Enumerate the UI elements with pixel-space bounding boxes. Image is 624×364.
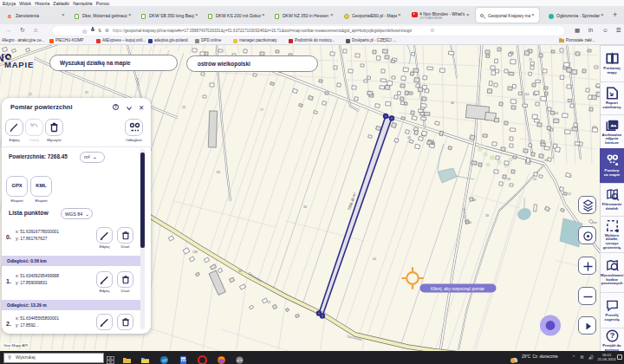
svg-text:64: 64 <box>555 112 558 115</box>
svg-text:44: 44 <box>373 257 376 261</box>
svg-text:138: 138 <box>192 250 198 254</box>
svg-text:59: 59 <box>85 91 88 94</box>
svg-text:19: 19 <box>529 58 532 62</box>
svg-text:44: 44 <box>544 159 548 162</box>
svg-text:18: 18 <box>485 214 489 218</box>
svg-text:53: 53 <box>472 198 476 202</box>
svg-text:33: 33 <box>507 178 510 181</box>
svg-text:84: 84 <box>217 171 220 174</box>
svg-text:am: am <box>593 221 597 224</box>
svg-text:Kliknij, aby rozpocząć pomiar: Kliknij, aby rozpocząć pomiar <box>431 287 485 291</box>
svg-text:44: 44 <box>407 136 411 140</box>
svg-text:12: 12 <box>568 192 571 196</box>
svg-text:34: 34 <box>238 270 242 273</box>
svg-text:22: 22 <box>29 93 32 96</box>
svg-text:?: ? <box>609 331 614 340</box>
svg-text:114: 114 <box>524 93 530 96</box>
svg-text:2: 2 <box>570 175 572 179</box>
svg-text:23: 23 <box>182 106 185 109</box>
svg-text:17: 17 <box>260 108 263 112</box>
svg-text:14: 14 <box>533 178 536 181</box>
svg-text:46: 46 <box>451 101 454 105</box>
svg-text:34: 34 <box>303 205 307 209</box>
svg-text:13: 13 <box>267 301 270 304</box>
